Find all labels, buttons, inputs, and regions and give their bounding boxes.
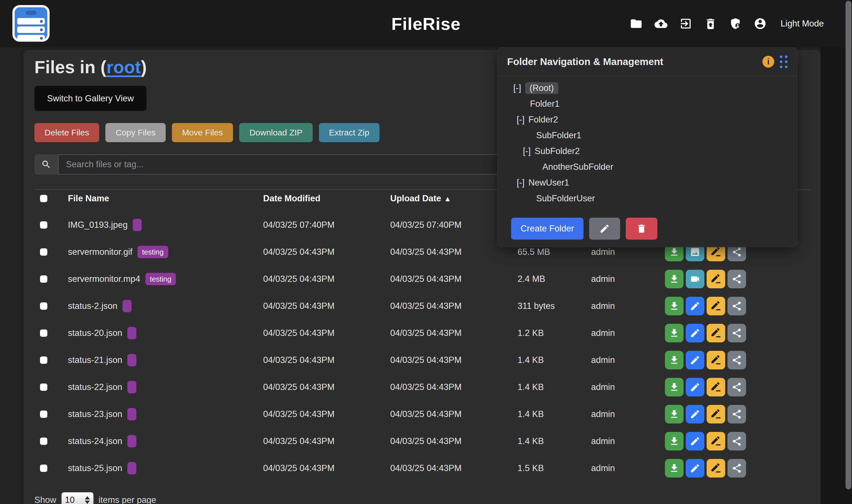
file-name-cell[interactable]: status-2.json — [68, 300, 132, 312]
row-checkbox[interactable] — [40, 221, 47, 229]
file-name-cell[interactable]: servermonitor.giftesting — [68, 246, 168, 258]
drag-handle-icon[interactable] — [780, 55, 787, 68]
root-folder-link[interactable]: root — [106, 57, 141, 77]
download-button[interactable] — [665, 270, 683, 288]
rename-button[interactable] — [707, 378, 725, 396]
row-checkbox[interactable] — [40, 357, 47, 364]
rename-button[interactable] — [707, 270, 725, 288]
row-checkbox[interactable] — [40, 383, 47, 391]
share-button[interactable] — [728, 405, 746, 424]
tree-collapse-toggle[interactable]: [-] — [514, 83, 521, 93]
admin-shield-icon[interactable] — [728, 17, 743, 31]
col-file-name[interactable]: File Name — [68, 194, 109, 203]
file-name-cell[interactable]: status-24.json — [68, 435, 136, 447]
edit-file-button[interactable] — [686, 297, 705, 316]
download-button[interactable] — [665, 405, 683, 424]
logout-icon[interactable] — [679, 17, 693, 31]
row-checkbox[interactable] — [40, 411, 47, 418]
rename-button[interactable] — [707, 351, 725, 370]
download-button[interactable] — [665, 459, 683, 478]
rename-folder-button[interactable] — [589, 218, 620, 240]
folder-tree-label[interactable]: SubFolder2 — [535, 146, 580, 156]
date-modified-cell: 04/03/25 04:43PM — [263, 301, 334, 311]
folder-tree-label[interactable]: AnotherSubFolder — [542, 162, 613, 172]
tree-collapse-toggle[interactable]: [-] — [523, 146, 531, 156]
rename-button[interactable] — [707, 432, 725, 450]
file-name-cell[interactable]: servermonitor.mp4testing — [68, 273, 176, 285]
file-name-cell[interactable]: IMG_0193.jpeg — [68, 219, 142, 231]
delete-files-button[interactable]: Delete Files — [34, 123, 99, 142]
date-modified-cell: 04/03/25 04:43PM — [263, 463, 334, 473]
file-name: status-21.json — [68, 355, 122, 365]
share-button[interactable] — [728, 378, 746, 396]
create-folder-button[interactable]: Create Folder — [511, 218, 584, 240]
share-button[interactable] — [728, 297, 746, 316]
share-button[interactable] — [728, 351, 746, 370]
rename-button[interactable] — [707, 324, 725, 342]
share-button[interactable] — [728, 459, 746, 478]
rename-button[interactable] — [707, 297, 725, 316]
folder-tree-label[interactable]: NewUser1 — [528, 178, 569, 188]
edit-file-button[interactable] — [686, 378, 705, 396]
delete-folder-button[interactable] — [626, 218, 657, 240]
tree-collapse-toggle[interactable]: [-] — [517, 114, 525, 125]
file-name-cell[interactable]: status-23.json — [68, 408, 136, 420]
folder-icon[interactable] — [629, 17, 643, 31]
share-button[interactable] — [728, 324, 746, 342]
items-per-page-select[interactable]: 10 — [62, 492, 93, 504]
scrollbar[interactable] — [846, 1, 851, 489]
row-checkbox[interactable] — [40, 465, 47, 472]
edit-file-button[interactable] — [686, 351, 705, 370]
move-files-button[interactable]: Move Files — [172, 123, 233, 142]
trash-restore-icon[interactable] — [703, 17, 718, 31]
edit-file-button[interactable] — [686, 324, 705, 342]
account-circle-icon[interactable] — [753, 17, 767, 31]
tag-badge — [127, 381, 136, 393]
extract-zip-button[interactable]: Extract Zip — [319, 123, 380, 142]
cloud-upload-icon[interactable] — [654, 17, 668, 31]
uploader-cell: admin — [591, 247, 615, 257]
row-checkbox[interactable] — [40, 437, 47, 445]
tree-collapse-toggle[interactable]: [-] — [517, 178, 525, 188]
file-size-cell: 65.5 MB — [518, 247, 550, 257]
col-upload-date[interactable]: Upload Date▲ — [390, 194, 451, 203]
row-checkbox[interactable] — [40, 329, 47, 337]
share-button[interactable] — [728, 432, 746, 450]
rename-button[interactable] — [707, 405, 725, 424]
select-all-checkbox[interactable] — [40, 195, 47, 202]
download-button[interactable] — [665, 432, 683, 450]
info-icon[interactable]: i — [762, 56, 774, 68]
theme-toggle[interactable]: Light Mode — [781, 19, 824, 29]
folder-panel-header: Folder Navigation & Management i — [498, 48, 797, 76]
file-name-cell[interactable]: status-25.json — [68, 462, 136, 474]
file-name-cell[interactable]: status-22.json — [68, 381, 136, 393]
folder-tree-label[interactable]: Folder2 — [528, 114, 558, 125]
download-button[interactable] — [665, 324, 683, 342]
col-date-modified[interactable]: Date Modified — [263, 194, 320, 203]
preview-video-button[interactable] — [686, 270, 705, 288]
upload-date-cell: 04/03/25 04:43PM — [390, 301, 462, 311]
file-name-cell[interactable]: status-21.json — [68, 354, 136, 366]
download-zip-button[interactable]: Download ZIP — [239, 123, 312, 142]
share-button[interactable] — [728, 270, 746, 288]
rename-button[interactable] — [707, 459, 725, 478]
search-input[interactable] — [58, 154, 506, 175]
download-button[interactable] — [665, 297, 683, 316]
download-button[interactable] — [665, 378, 683, 396]
row-checkbox[interactable] — [40, 275, 47, 283]
switch-gallery-view-button[interactable]: Switch to Gallery View — [34, 86, 146, 111]
table-row: status-23.json 04/03/25 04:43PM 04/03/25… — [23, 401, 820, 428]
edit-file-button[interactable] — [686, 432, 705, 450]
row-checkbox[interactable] — [40, 248, 47, 256]
folder-tree-label[interactable]: SubFolderUser — [536, 194, 595, 203]
row-checkbox[interactable] — [40, 302, 47, 310]
edit-file-button[interactable] — [686, 459, 705, 478]
folder-tree-label[interactable]: SubFolder1 — [536, 130, 581, 141]
download-button[interactable] — [665, 351, 683, 370]
edit-file-button[interactable] — [686, 405, 705, 424]
folder-tree-label[interactable]: (Root) — [525, 82, 558, 94]
pagination-suffix-label: items per page — [99, 495, 156, 504]
folder-tree-label[interactable]: Folder1 — [530, 99, 559, 109]
copy-files-button[interactable]: Copy Files — [105, 123, 166, 142]
file-name-cell[interactable]: status-20.json — [68, 327, 136, 339]
